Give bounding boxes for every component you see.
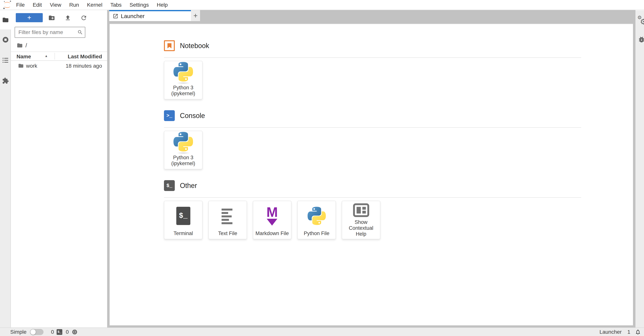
text-file-icon [218,207,237,225]
simple-mode-label: Simple [10,329,26,335]
jupyterlab-app: File Edit View Run Kernel Tabs Settings … [0,0,644,336]
tab-label: Launcher [121,13,144,19]
running-kernels-icon[interactable] [2,36,9,43]
markdown-icon: M [266,206,278,226]
menu-item-edit[interactable]: Edit [29,0,46,10]
notifications-count[interactable]: 1 [627,329,630,335]
upload-icon[interactable] [64,15,71,21]
launcher-panel: Notebook [110,24,633,325]
extension-manager-icon[interactable] [2,77,9,84]
left-sidebar [0,11,11,328]
section-title: Notebook [180,42,209,50]
tab-launcher[interactable]: Launcher [109,10,191,21]
section-header-other: $_ Other [164,180,633,191]
card-icon-zone [209,201,246,230]
terminal-glyph: $_ [166,183,172,189]
other-cards-row: $_ Terminal [164,201,633,239]
section-divider [164,57,581,58]
menu-item-kernel[interactable]: Kernel [83,0,106,10]
breadcrumb-root[interactable]: / [26,42,27,49]
menu-item-tabs[interactable]: Tabs [106,0,126,10]
terminal-icon: $_ [176,207,190,225]
card-icon-zone [342,201,380,219]
file-row-work[interactable]: work 18 minutes ago [11,61,107,71]
section-divider [164,127,581,128]
menu-item-run[interactable]: Run [65,0,83,10]
sort-ascending-icon[interactable]: ▲ [45,54,48,58]
launcher-card-python-file[interactable]: Python File [297,201,336,239]
kernels-count[interactable]: 0 [66,329,69,335]
section-header-notebook: Notebook [164,40,633,51]
card-label: Markdown File [254,230,290,236]
column-divider [54,53,55,60]
card-icon-zone [164,131,202,155]
home-folder-icon[interactable] [17,42,23,49]
notebook-icon [164,40,175,51]
python-logo-icon [174,132,193,151]
launcher-card-contextual-help[interactable]: Show Contextual Help [342,201,380,239]
python-logo-icon [308,207,326,225]
launcher-card-text-file[interactable]: Text File [208,201,247,239]
launcher-card-markdown-file[interactable]: M Markdown File [253,201,292,239]
right-sidebar: ⚙ ⚙ [636,11,644,327]
terminal-badge-icon[interactable]: $_ [56,329,62,335]
property-inspector-gears-icon[interactable]: ⚙ ⚙ [637,16,644,26]
card-label: Show Contextual Help [342,219,380,237]
python-logo-icon [174,62,193,82]
card-label: Python 3 (ipykernel) [170,155,196,166]
menu-bar: File Edit View Run Kernel Tabs Settings … [0,0,644,10]
new-folder-icon[interactable] [48,15,55,21]
console-cards-row: Python 3 (ipykernel) [164,131,633,169]
plus-icon: + [194,12,198,20]
console-icon: >_ [164,110,175,121]
breadcrumb: / [17,42,27,49]
launcher-card-notebook-python3[interactable]: Python 3 (ipykernel) [164,61,202,99]
context-label[interactable]: Launcher [600,329,622,335]
card-label: Terminal [172,230,194,236]
card-label: Python 3 (ipykernel) [170,85,196,97]
terminal-icon: $_ [164,180,175,191]
launcher-icon [113,13,118,19]
simple-mode-toggle[interactable] [30,329,44,335]
folder-icon [18,63,24,69]
menu-item-help[interactable]: Help [153,0,172,10]
new-tab-button[interactable]: + [191,10,200,21]
debugger-bug-icon[interactable] [638,36,644,43]
card-icon-zone [298,201,336,230]
file-list-header: Name ▲ Last Modified [11,52,107,61]
menu-item-view[interactable]: View [46,0,65,10]
section-title: Other [180,182,197,190]
section-title: Console [180,112,205,120]
menu-item-settings[interactable]: Settings [126,0,153,10]
contextual-help-icon [352,201,370,219]
file-last-modified: 18 minutes ago [66,63,102,69]
main-dock-panel: Launcher + Notebook [107,10,636,327]
section-header-console: >_ Console [164,110,633,121]
jupyter-logo [2,1,12,9]
file-browser-icon[interactable] [2,17,9,23]
launcher-card-console-python3[interactable]: Python 3 (ipykernel) [164,131,202,169]
filter-files-input[interactable] [15,27,85,38]
card-label: Text File [217,230,238,236]
bell-icon[interactable] [635,329,641,335]
console-glyph: >_ [166,113,172,119]
launcher-card-terminal[interactable]: $_ Terminal [164,201,202,239]
plus-icon: + [27,14,31,22]
file-name: work [26,63,37,69]
menu-item-file[interactable]: File [12,0,29,10]
new-launcher-button[interactable]: + [16,13,43,22]
column-header-name[interactable]: Name [16,54,31,60]
refresh-icon[interactable] [80,15,87,21]
column-header-last-modified[interactable]: Last Modified [68,54,102,60]
logo-shadow [176,82,190,84]
logo-shadow [176,152,190,154]
terminals-count[interactable]: 0 [51,329,54,335]
launcher-body: Notebook [110,24,633,239]
table-of-contents-icon[interactable] [2,57,9,64]
notebook-cards-row: Python 3 (ipykernel) [164,61,633,99]
status-bar-right: Launcher 1 [600,328,641,336]
card-icon-zone: $_ [164,201,202,230]
filter-files-box [15,27,85,38]
status-bar: Simple 0 $_ 0 Launcher 1 [0,327,644,336]
kernel-cpu-icon[interactable] [72,329,78,335]
